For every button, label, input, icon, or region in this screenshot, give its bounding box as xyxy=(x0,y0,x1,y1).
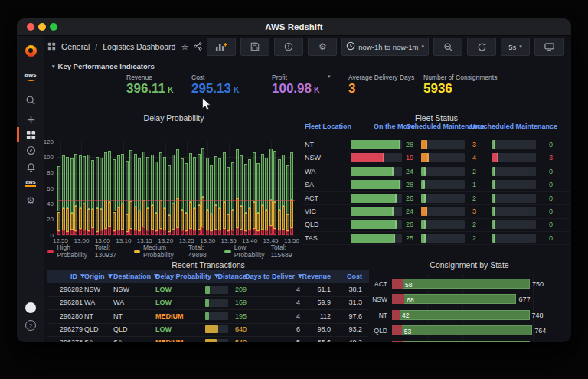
txn-distance-gauge-fill xyxy=(205,312,209,320)
bar-segment-low xyxy=(261,154,264,205)
fleet-location-cell: NT xyxy=(305,139,314,151)
sidebar-item-help-icon[interactable]: ? xyxy=(21,317,40,334)
bar-segment-high xyxy=(168,232,171,235)
legend-swatch xyxy=(224,250,230,253)
bar-segment-low xyxy=(129,150,132,201)
bar-segment-low xyxy=(126,161,129,214)
bar-segment-low xyxy=(70,158,74,212)
bar-segment-high xyxy=(108,227,111,235)
fleet-row-separator xyxy=(302,191,570,192)
refresh-interval-dropdown[interactable]: 5s ▾ xyxy=(501,38,530,56)
filter-icon[interactable] xyxy=(107,273,113,280)
chevron-down-icon: ▾ xyxy=(519,44,522,50)
bar-segment-medium xyxy=(227,214,230,231)
threshold-line xyxy=(57,200,295,201)
fleet-value-cell: 28 xyxy=(392,139,413,151)
bar-segment-low xyxy=(146,157,149,208)
gauge-fill xyxy=(351,153,384,162)
gauge-track xyxy=(492,140,536,149)
kpi-value: 5936 xyxy=(423,81,452,96)
sidebar-item-grafana-logo-icon[interactable] xyxy=(21,42,40,59)
consignment-bar-green xyxy=(392,341,530,342)
gauge-fill xyxy=(421,153,429,162)
panel-title-fleet-status[interactable]: Fleet Status xyxy=(302,113,570,123)
bar-segment-high xyxy=(113,231,116,235)
panel-title-recent-transactions[interactable]: Recent Transactions xyxy=(47,260,369,270)
panel-title-consignment-by-state[interactable]: Consignment by State xyxy=(374,260,565,270)
breadcrumb-section[interactable]: General xyxy=(61,42,90,51)
bar-segment-medium xyxy=(163,208,166,230)
bar-segment-high xyxy=(172,230,175,235)
bar-segment-high xyxy=(244,231,247,235)
sidebar-item-aws-logo-icon[interactable]: aws xyxy=(21,68,40,85)
fleet-value-cell: 2 xyxy=(455,218,476,230)
bar-segment-high xyxy=(282,230,285,235)
gauge-fill xyxy=(492,180,495,189)
bar-segment-high xyxy=(176,228,179,235)
bar-segment-medium xyxy=(138,211,141,230)
legend-label: High Probability xyxy=(57,243,91,259)
save-dashboard-button[interactable] xyxy=(240,38,270,56)
time-range-picker[interactable]: now-1h to now-1m ▾ xyxy=(341,38,429,56)
panel-menu-caret-icon[interactable]: ▾ xyxy=(328,74,331,80)
bar-segment-high xyxy=(70,230,74,235)
sidebar-item-avatar-icon[interactable] xyxy=(21,299,40,316)
txn-revenue-cell: 98.0 xyxy=(300,323,331,336)
refresh-button[interactable] xyxy=(467,38,496,56)
bar-segment-medium xyxy=(273,202,276,229)
titlebar[interactable]: AWS Redshift xyxy=(17,18,571,36)
legend-item[interactable]: Low ProbabilityTotal: 115689 xyxy=(224,243,300,259)
kiosk-mode-button[interactable] xyxy=(534,38,564,56)
kpi-section-header[interactable]: ▾ Key Performance Indicators xyxy=(52,62,155,70)
star-icon[interactable]: ☆ xyxy=(181,42,188,52)
apps-grid-icon[interactable] xyxy=(47,42,56,52)
bar-segment-high xyxy=(121,230,124,235)
column-header-cost[interactable]: Cost xyxy=(278,270,362,283)
fleet-header-location[interactable]: Fleet Location xyxy=(305,123,351,130)
panel-title-delay-probability[interactable]: Delay Probability xyxy=(47,113,300,123)
txn-destination-cell: NSW xyxy=(113,283,147,296)
sidebar-item-add-icon[interactable] xyxy=(21,111,40,128)
bar-segment-low xyxy=(290,152,293,200)
bar-segment-low xyxy=(282,155,285,206)
bar-segment-medium xyxy=(244,213,247,231)
bar-segment-medium xyxy=(231,210,234,230)
gauge-track xyxy=(492,194,536,203)
bar-segment-medium xyxy=(113,212,116,231)
bar-segment-low xyxy=(270,149,273,200)
txn-days-cell: 4 xyxy=(270,310,300,323)
bar-segment-high xyxy=(193,230,196,235)
bar-segment-high xyxy=(74,231,77,235)
bar-segment-medium xyxy=(214,205,217,230)
column-header-origin[interactable]: Origin xyxy=(84,270,113,283)
gauge-fill xyxy=(492,167,495,176)
bar-segment-high xyxy=(100,230,103,235)
breadcrumb-page[interactable]: Logistics Dashboard xyxy=(103,42,175,51)
fleet-value-cell: 0 xyxy=(531,218,553,230)
txn-origin-cell: WA xyxy=(84,296,115,309)
sidebar-item-search-icon[interactable] xyxy=(21,92,40,109)
fleet-header-unscheduled[interactable]: Unscheduled Maintenance xyxy=(458,123,557,130)
dashboard-settings-button[interactable]: ⚙ xyxy=(308,38,337,56)
legend-item[interactable]: High ProbabilityTotal: 130937 xyxy=(47,243,125,259)
gauge-fill xyxy=(351,220,397,229)
panel-info-button[interactable] xyxy=(274,38,303,56)
bar-segment-medium xyxy=(117,207,120,230)
zoom-out-button[interactable] xyxy=(433,38,462,56)
column-header-id[interactable]: ID xyxy=(17,270,86,283)
share-icon[interactable] xyxy=(194,42,202,52)
kpi-value-suffix: K xyxy=(165,85,174,94)
add-panel-button[interactable] xyxy=(207,38,236,56)
bar-segment-medium xyxy=(134,207,137,230)
txn-revenue-cell: 112 xyxy=(300,310,331,323)
txn-id-cell: 296281 xyxy=(44,296,83,309)
legend-item[interactable]: Medium ProbabilityTotal: 49898 xyxy=(134,243,216,259)
bar-segment-high xyxy=(138,231,141,235)
bar-segment-medium xyxy=(159,201,162,229)
fleet-location-cell: QLD xyxy=(305,218,319,230)
bar-segment-medium xyxy=(172,204,175,230)
consignment-red-value: 68 xyxy=(407,296,413,304)
bar-segment-medium xyxy=(210,214,213,231)
column-header-destination[interactable]: Destination xyxy=(113,270,159,283)
bar-segment-medium xyxy=(66,208,69,232)
